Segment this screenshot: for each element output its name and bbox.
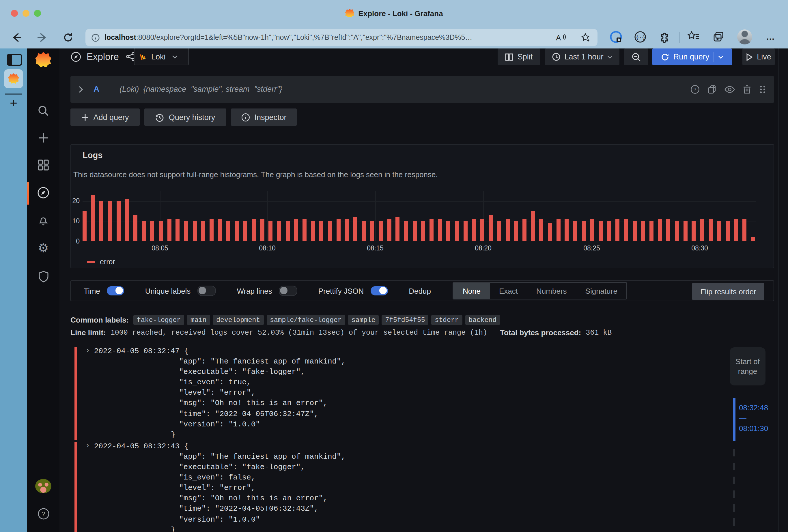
histogram-bar <box>277 221 281 241</box>
add-favorite-icon[interactable] <box>581 33 591 43</box>
histogram-bar <box>260 219 264 241</box>
dedup-option-none[interactable]: None <box>453 283 490 299</box>
common-label-chip: fake-logger <box>133 315 184 325</box>
help-circle-icon[interactable]: ? <box>690 85 700 94</box>
histogram-bar <box>294 219 298 241</box>
flip-results-order-button[interactable]: Flip results order <box>692 283 764 300</box>
range-time-bar <box>733 398 735 441</box>
legend-swatch-error <box>87 261 95 263</box>
histogram-bar <box>336 219 340 241</box>
toggle-unique-labels[interactable] <box>197 286 216 296</box>
log-entry: ›2022-04-05 08:32:43 {"app": "The fancie… <box>75 442 721 532</box>
code-extension-icon[interactable]: {···} <box>634 30 647 43</box>
query-history-button[interactable]: Query history <box>144 108 226 126</box>
histogram-bar <box>734 219 738 241</box>
dedup-option-numbers[interactable]: Numbers <box>527 283 576 299</box>
histogram-bar <box>133 215 137 241</box>
site-info-icon[interactable] <box>91 33 100 42</box>
extensions-puzzle-icon[interactable] <box>659 30 671 43</box>
split-button[interactable]: Split <box>498 48 540 65</box>
log-line-timestamp[interactable]: ›2022-04-05 08:32:43 { <box>85 442 721 452</box>
toggle-prettify-json[interactable] <box>371 286 388 295</box>
drag-handle-icon[interactable] <box>759 85 766 94</box>
add-query-button[interactable]: Add query <box>71 108 140 126</box>
password-extension-icon[interactable] <box>609 30 623 44</box>
toggle-knob <box>116 287 123 294</box>
more-menu-icon[interactable]: … <box>766 32 775 42</box>
toggle-time[interactable] <box>107 286 124 295</box>
collections-icon[interactable] <box>712 30 725 43</box>
read-aloud-icon[interactable]: A <box>556 33 566 42</box>
range-start-time[interactable]: 08:01:30 <box>739 424 768 433</box>
history-icon <box>156 113 164 121</box>
forward-icon[interactable] <box>37 30 47 44</box>
user-avatar[interactable] <box>27 474 59 497</box>
tab-divider <box>5 94 22 95</box>
legend: error <box>87 258 115 266</box>
time-range-picker[interactable]: Last 1 hour <box>545 48 619 65</box>
create-plus-icon[interactable] <box>27 126 59 149</box>
expand-log-chevron-icon[interactable]: › <box>85 441 90 451</box>
new-tab-button[interactable]: + <box>7 97 20 109</box>
favorites-icon[interactable] <box>687 30 700 43</box>
help-icon[interactable]: ? <box>27 502 59 525</box>
plus-icon <box>81 114 88 121</box>
dedup-option-exact[interactable]: Exact <box>490 283 527 299</box>
eye-icon[interactable] <box>725 85 735 94</box>
tab-grafana[interactable] <box>4 69 23 88</box>
trash-icon[interactable] <box>743 85 751 94</box>
histogram-bar <box>726 221 730 241</box>
log-line-timestamp[interactable]: ›2022-04-05 08:32:47 { <box>85 346 721 356</box>
datasource-picker[interactable]: Loki <box>134 48 189 65</box>
range-end-time[interactable]: 08:32:48 <box>739 403 768 412</box>
histogram-bar <box>108 201 112 241</box>
alerting-bell-icon[interactable] <box>27 209 59 232</box>
panel-title[interactable]: Logs <box>82 150 102 160</box>
copy-icon[interactable] <box>708 85 716 94</box>
histogram-bar <box>616 219 620 241</box>
zoom-out-icon <box>632 52 641 61</box>
common-label-chip: backend <box>465 315 500 325</box>
zoom-out-button[interactable] <box>624 48 648 65</box>
grafana-logo[interactable] <box>27 48 59 71</box>
info-circle-icon <box>241 113 250 121</box>
legend-label[interactable]: error <box>100 258 115 266</box>
refresh-icon[interactable] <box>62 30 74 44</box>
explore-compass-header-icon <box>71 51 81 62</box>
grafana-favicon <box>345 9 354 18</box>
dedup-segmented-control: NoneExactNumbersSignature <box>453 282 627 300</box>
search-icon[interactable] <box>27 99 59 122</box>
sidebar-toggle-icon[interactable] <box>7 54 22 66</box>
common-label-chip: sample/fake-logger <box>267 315 345 325</box>
range-separator: — <box>739 414 746 422</box>
log-json-close: } <box>85 525 721 532</box>
toggle-label: Prettify JSON <box>318 286 364 295</box>
address-bar[interactable]: localhost:8080/explore?orgId=1&left=%5B"… <box>85 29 597 46</box>
browser-titlebar: Explore - Loki - Grafana <box>0 0 788 26</box>
expand-chevron-icon[interactable] <box>79 86 83 93</box>
explore-compass-icon[interactable] <box>27 181 59 204</box>
inspector-button[interactable]: Inspector <box>231 108 297 126</box>
histogram-bar <box>649 221 653 241</box>
dedup-option-signature[interactable]: Signature <box>576 283 627 299</box>
run-query-button[interactable]: Run query <box>652 48 732 65</box>
log-json-line: "app": "The fanciest app of mankind", <box>85 452 721 462</box>
common-label-chip: development <box>213 315 263 325</box>
live-button[interactable]: Live <box>742 48 775 65</box>
query-ref-id[interactable]: A <box>94 84 99 94</box>
chevron-down-icon[interactable] <box>718 55 723 59</box>
log-entry: ›2022-04-05 08:32:47 {"app": "The fancie… <box>75 346 721 440</box>
dashboards-icon[interactable] <box>27 154 59 177</box>
histogram-bar <box>607 221 611 241</box>
log-json-line: "app": "The fanciest app of mankind", <box>85 356 721 367</box>
expand-log-chevron-icon[interactable]: › <box>85 346 90 356</box>
back-icon[interactable] <box>12 30 22 44</box>
url-host: localhost <box>104 34 136 42</box>
toggle-wrap-lines[interactable] <box>279 286 298 296</box>
log-json-close: } <box>85 430 721 440</box>
query-expression[interactable]: (Loki) {namespace="sample", stream="stde… <box>119 85 282 94</box>
admin-shield-icon[interactable] <box>27 265 59 288</box>
profile-avatar[interactable] <box>737 29 752 44</box>
common-labels-label: Common labels: <box>71 315 129 324</box>
settings-gear-icon[interactable]: ⚙ <box>27 237 59 260</box>
